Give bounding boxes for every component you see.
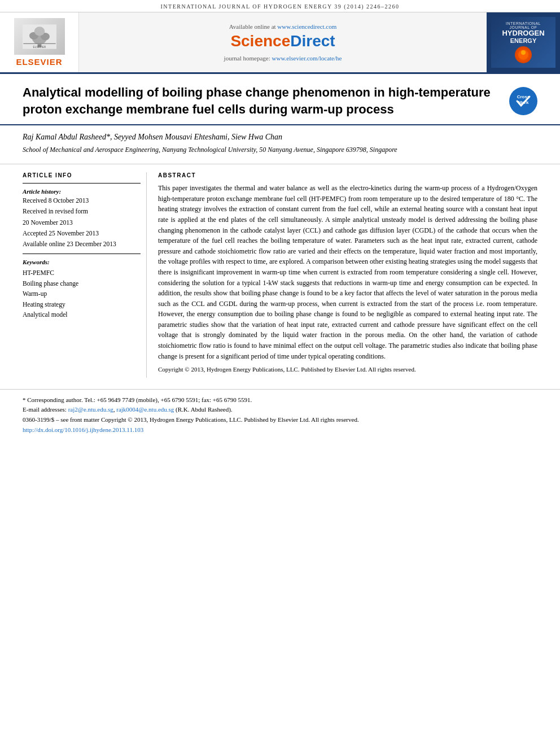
article-title-section: Analytical modelling of boiling phase ch… [0,74,560,125]
footer-text-block: * Corresponding author. Tel.: +65 9649 7… [23,395,537,435]
received-1: Received 8 October 2013 [23,196,141,206]
email-link-2[interactable]: rajk0004@e.ntu.edu.sg [116,406,174,413]
journal-circle-icon [515,46,532,63]
received-revised-label: Received in revised form [23,207,141,216]
svg-point-9 [521,50,526,55]
keyword-2: Boiling phase change [23,278,141,289]
abstract-copyright: Copyright © 2013, Hydrogen Energy Public… [158,365,537,374]
email-line: E-mail addresses: raj2@e.ntu.edu.sg, raj… [23,405,537,415]
crossmark-icon: Cross Mark [509,87,537,115]
elsevier-tree-graphic: ELSEVIER [14,18,65,55]
issn-line: 0360-3199/$ – see front matter Copyright… [23,415,537,425]
sciencedirect-brand: ScienceDirect [230,32,335,50]
journal-hydrogen-text: HYDROGEN [502,29,544,37]
authors-line: Raj Kamal Abdul Rasheed*, Seyyed Mohsen … [23,131,537,143]
received-revised-date: 20 November 2013 [23,218,141,228]
journal-banner: INTERNATIONAL JOURNAL OF HYDROGEN ENERGY… [0,0,560,12]
article-info-column: ARTICLE INFO Article history: Received 8… [23,172,147,378]
keyword-4: Heating strategy [23,299,141,309]
abstract-paragraph-1: This paper investigates the thermal and … [158,183,537,361]
sciencedirect-header: Available online at www.sciencedirect.co… [79,12,487,72]
affiliation-text: School of Mechanical and Aerospace Engin… [23,145,537,155]
abstract-heading: ABSTRACT [158,172,537,178]
sciencedirect-url[interactable]: www.sciencedirect.com [277,23,336,30]
elsevier-brand-name: ELSEVIER [16,57,62,67]
doi-link[interactable]: http://dx.doi.org/10.1016/j.ijhydene.201… [23,426,143,433]
header-section: ELSEVIER ELSEVIER Available online at ww… [0,12,560,74]
journal-logo-block: INTERNATIONAL JOURNAL OF HYDROGEN ENERGY [487,12,560,72]
svg-text:ELSEVIER: ELSEVIER [33,45,46,48]
keywords-label: Keywords: [23,259,141,265]
journal-energy-text: ENERGY [510,37,536,44]
footer-section: * Corresponding author. Tel.: +65 9649 7… [0,389,560,440]
crossmark-badge[interactable]: Cross Mark [509,87,537,115]
keyword-3: Warm-up [23,289,141,299]
available-online-date: Available online 23 December 2013 [23,239,141,249]
article-title: Analytical modelling of boiling phase ch… [23,84,498,117]
info-divider-1 [23,183,141,184]
main-content: ARTICLE INFO Article history: Received 8… [0,164,560,378]
journal-homepage-url[interactable]: www.elsevier.com/locate/he [272,55,342,62]
elsevier-logo-block: ELSEVIER ELSEVIER [0,12,79,72]
journal-title-text: INTERNATIONAL JOURNAL OF HYDROGEN ENERGY… [160,3,399,10]
journal-logo-inner: INTERNATIONAL JOURNAL OF HYDROGEN ENERGY [491,17,555,68]
abstract-column: ABSTRACT This paper investigates the the… [158,172,537,378]
article-info-heading: ARTICLE INFO [23,172,141,178]
available-online-text: Available online at www.sciencedirect.co… [229,23,337,30]
authors-text: Raj Kamal Abdul Rasheed*, Seyyed Mohsen … [23,133,282,141]
svg-rect-6 [23,43,55,43]
info-divider-2 [23,254,141,254]
abstract-text: This paper investigates the thermal and … [158,183,537,374]
svg-point-5 [34,27,45,36]
journal-homepage-line: journal homepage: www.elsevier.com/locat… [224,55,342,62]
email-link-1[interactable]: raj2@e.ntu.edu.sg [68,406,113,413]
doi-line: http://dx.doi.org/10.1016/j.ijhydene.201… [23,425,537,435]
corresponding-author-note: * Corresponding author. Tel.: +65 9649 7… [23,395,537,405]
keyword-5: Analytical model [23,309,141,320]
history-label: Article history: [23,188,141,195]
authors-section: Raj Kamal Abdul Rasheed*, Seyyed Mohsen … [0,125,560,158]
accepted-date: Accepted 25 November 2013 [23,229,141,238]
keywords-list: HT-PEMFC Boiling phase change Warm-up He… [23,268,141,320]
keyword-1: HT-PEMFC [23,268,141,278]
